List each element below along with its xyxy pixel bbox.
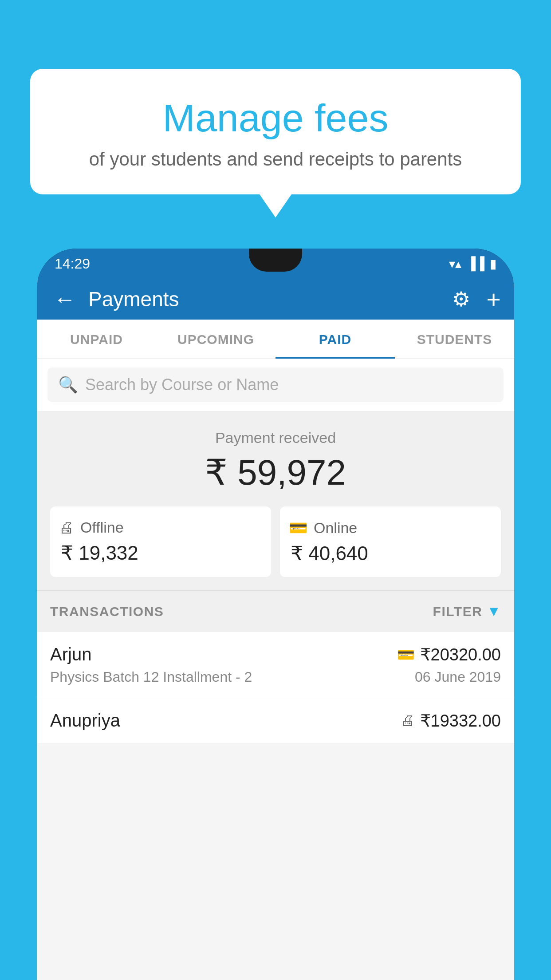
filter-icon: ▼ [487, 603, 501, 620]
transactions-label: TRANSACTIONS [50, 604, 164, 619]
transaction-row[interactable]: Anupriya 🖨 ₹19332.00 [37, 698, 514, 743]
transactions-header: TRANSACTIONS FILTER ▼ [37, 590, 514, 632]
transaction-detail: Physics Batch 12 Installment - 2 [50, 669, 252, 685]
status-icons: ▾▴ ▐▐ ▮ [449, 257, 496, 271]
offline-icon: 🖨 [59, 519, 74, 536]
status-bar: 14:29 ▾▴ ▐▐ ▮ [37, 249, 514, 279]
phone-frame: 14:29 ▾▴ ▐▐ ▮ ← Payments ⚙ + UNPAID UPCO… [37, 249, 514, 980]
gear-button[interactable]: ⚙ [452, 287, 470, 311]
offline-label: Offline [80, 519, 124, 536]
search-box[interactable]: 🔍 Search by Course or Name [47, 368, 504, 402]
tab-upcoming[interactable]: UPCOMING [156, 320, 276, 358]
add-button[interactable]: + [486, 285, 501, 314]
filter-button[interactable]: FILTER ▼ [433, 603, 501, 620]
online-label: Online [314, 519, 357, 537]
tab-bar: UNPAID UPCOMING PAID STUDENTS [37, 320, 514, 359]
tab-unpaid[interactable]: UNPAID [37, 320, 156, 358]
transaction-name: Arjun [50, 644, 91, 664]
search-input[interactable]: Search by Course or Name [85, 375, 279, 394]
payment-cards: 🖨 Offline ₹ 19,332 💳 Online ₹ 40,640 [50, 506, 501, 577]
tab-paid[interactable]: PAID [276, 320, 395, 358]
status-time: 14:29 [55, 256, 90, 272]
online-icon: 💳 [289, 519, 307, 537]
header-title: Payments [88, 287, 443, 311]
phone-notch [249, 249, 302, 272]
back-button[interactable]: ← [50, 283, 79, 316]
bubble-subtitle: of your students and send receipts to pa… [57, 149, 494, 170]
online-amount: ₹ 40,640 [289, 542, 492, 565]
offline-amount: ₹ 19,332 [59, 541, 262, 564]
search-icon: 🔍 [58, 375, 78, 394]
battery-icon: ▮ [490, 257, 496, 271]
payment-type-icon: 💳 [397, 646, 415, 663]
offline-payment-card: 🖨 Offline ₹ 19,332 [50, 506, 271, 577]
payment-received-label: Payment received [50, 429, 501, 447]
payment-type-icon: 🖨 [401, 712, 415, 729]
signal-icon: ▐▐ [467, 257, 484, 271]
search-container: 🔍 Search by Course or Name [37, 359, 514, 411]
online-payment-card: 💳 Online ₹ 40,640 [280, 506, 501, 577]
app-header: ← Payments ⚙ + [37, 279, 514, 320]
wifi-icon: ▾▴ [449, 257, 461, 271]
transaction-amount: ₹19332.00 [420, 711, 501, 731]
filter-label: FILTER [433, 604, 483, 619]
transaction-row[interactable]: Arjun 💳 ₹20320.00 Physics Batch 12 Insta… [37, 632, 514, 698]
transaction-date: 06 June 2019 [415, 669, 501, 685]
transaction-name: Anupriya [50, 711, 120, 731]
payment-summary: Payment received ₹ 59,972 🖨 Offline ₹ 19… [37, 411, 514, 590]
speech-bubble: Manage fees of your students and send re… [30, 69, 521, 194]
bubble-title: Manage fees [57, 95, 494, 141]
transaction-amount: ₹20320.00 [420, 645, 501, 664]
payment-total-amount: ₹ 59,972 [50, 452, 501, 493]
phone-screen: ← Payments ⚙ + UNPAID UPCOMING PAID STUD… [37, 279, 514, 980]
tab-students[interactable]: STUDENTS [395, 320, 514, 358]
